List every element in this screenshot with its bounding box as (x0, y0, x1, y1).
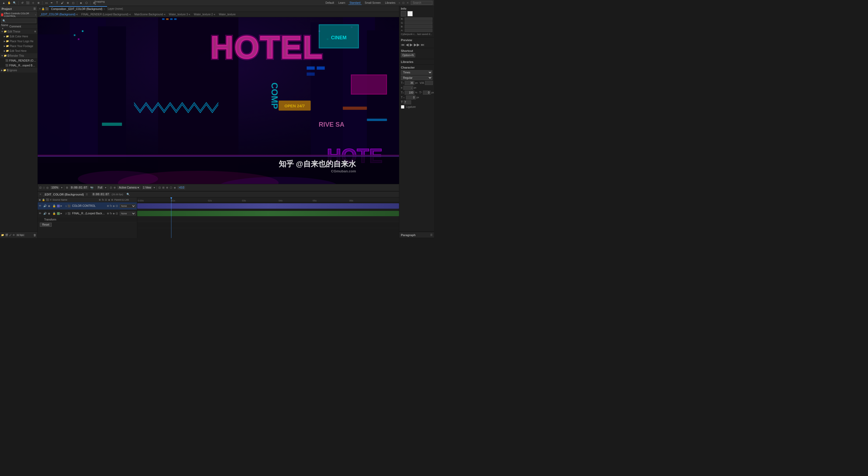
tab-close-btn[interactable]: ✕ (39, 7, 41, 10)
char-hscale-input[interactable] (406, 95, 416, 99)
project-item-final-render-opener[interactable]: ⬛ FINAL_RENDER (Opener) (0, 58, 37, 63)
layer1-name[interactable]: COLOR CONTROL (72, 204, 106, 207)
viewport-render-icon[interactable]: ◈ (174, 186, 176, 189)
new-comp-icon[interactable]: 🎬 (5, 234, 8, 236)
viewport-zoom-control[interactable]: 100% (50, 186, 59, 189)
char-extra-input[interactable] (404, 100, 411, 104)
char-font-style-dropdown[interactable]: Regular (401, 75, 432, 80)
open-tab-edit-color[interactable]: _EDIT_COLOR (Background) ◀ (39, 13, 79, 16)
hand-tool-icon[interactable]: ✋ (7, 1, 11, 5)
layer2-transform-label[interactable]: Transform (44, 218, 56, 221)
open-tab-arrow-3[interactable]: ◀ (163, 13, 165, 15)
project-item-logo[interactable]: ▶ 📁 _LOGO Place Your Logo He (0, 39, 37, 43)
camera-tool-icon[interactable]: ⬛ (26, 1, 30, 5)
tl-col-lock-icon[interactable]: 🔒 (42, 198, 45, 201)
char-baseline-input[interactable] (423, 91, 431, 95)
char-font-size-input[interactable] (405, 81, 414, 85)
viewport-grid2-icon[interactable]: ⊞ (162, 186, 164, 189)
workspace-libraries[interactable]: Libraries (384, 1, 396, 5)
project-item-texts[interactable]: ▶ 📁 _TEXTS Edit Text Here (0, 49, 37, 53)
open-tab-arrow-2[interactable]: ◀ (129, 13, 130, 15)
open-tab-final-render[interactable]: FINAL_RENDER (Looped Background) ◀ (80, 13, 131, 16)
paragraph-menu[interactable]: ☰ (430, 234, 432, 236)
preview-play-btn[interactable]: ▶ (410, 42, 413, 47)
workspace-learn[interactable]: Learn (337, 1, 346, 5)
viewport-overlay-icon[interactable]: ⊕ (166, 186, 168, 189)
layer2-visibility[interactable]: 👁 (39, 212, 42, 215)
viewport-preview-icon[interactable]: □ (43, 186, 45, 189)
layer2-switches-icon[interactable]: ⊕ (107, 212, 109, 215)
char-font-family-dropdown[interactable]: Times (401, 70, 432, 75)
delete-item-icon[interactable]: 🗑 (33, 233, 36, 237)
viewport-roi-icon[interactable]: ⊡ (158, 186, 161, 189)
workspace-standard[interactable]: Standard (348, 1, 362, 5)
layer1-expand[interactable]: ▶ (61, 205, 62, 207)
puppet-tool-icon[interactable]: ◈ (79, 1, 83, 5)
folder-arrow-others[interactable]: ▶ (1, 69, 3, 71)
move-tool-icon[interactable]: ⊹ (31, 1, 35, 5)
brush-tool-icon[interactable]: 🖌 (60, 1, 65, 5)
timeline-layer-2[interactable]: 👁 🔊 ◉ 🔒 ▶ 2 ⬛ FINAL_R...(Looped Backgrou… (38, 210, 137, 217)
roto-tool-icon[interactable]: ⬡ (84, 1, 89, 5)
pen-tool-icon[interactable]: ✒ (50, 1, 54, 5)
project-item-final-comp[interactable]: ▼ 📁 02. Final Comp Render This (0, 53, 37, 58)
search-input[interactable] (411, 1, 432, 5)
project-item-others[interactable]: ▶ 📁 03. Others Ignore (0, 68, 37, 73)
layer2-name[interactable]: FINAL_R...(Looped Background) (72, 212, 106, 215)
folder-arrow-edit-comps[interactable]: ▼ (1, 30, 3, 33)
layer1-solo[interactable]: ◉ (48, 204, 52, 207)
layer1-lock[interactable]: 🔒 (53, 204, 56, 207)
viewport-channel-icon[interactable]: ⊕ (114, 186, 116, 189)
clone-tool-icon[interactable]: ⊗ (66, 1, 70, 5)
new-folder-icon[interactable]: 📁 (1, 234, 4, 236)
open-tab-arrow-5[interactable]: ◀ (213, 13, 215, 15)
tl-col-solo-icon[interactable]: ◉ (39, 198, 41, 201)
snap-toggle-icon[interactable]: Snapping ✓ (97, 1, 102, 5)
project-item-placeholder[interactable]: ▶ 📁 _PLACEHOLDER Place Your Footage (0, 43, 37, 49)
effect-controls-expand[interactable]: » (35, 13, 36, 16)
eraser-tool-icon[interactable]: ◻ (71, 1, 75, 5)
tl-col-label-icon[interactable]: ⬛ (46, 198, 49, 201)
workspace-default[interactable]: Default (324, 1, 335, 5)
tl-col-switches-icon[interactable]: ⊕ (99, 198, 101, 201)
timeline-timecode[interactable]: 0:00:01:07 (92, 193, 110, 196)
viewport-quality[interactable]: Full (97, 186, 103, 189)
open-tab-water2[interactable]: Water_texture 2 ◀ (193, 13, 216, 16)
open-tab-water[interactable]: Water_texture (218, 13, 237, 16)
viewport-view-dropdown[interactable]: ▾ (154, 186, 155, 189)
char-ligatures-checkbox[interactable] (401, 105, 404, 109)
timeline-layer2-transform[interactable]: Transform (38, 217, 137, 222)
preview-skip-fwd-btn[interactable]: ⏭ (421, 42, 425, 47)
folder-arrow-texts[interactable]: ▶ (4, 50, 5, 52)
layer2-solo[interactable]: ◉ (48, 212, 52, 215)
open-tab-arrow-4[interactable]: ◀ (188, 13, 190, 15)
layer1-switches-icon[interactable]: ⊕ (107, 204, 109, 207)
timeline-layer-1[interactable]: 👁 🔊 ◉ 🔒 ▶ 1 ⬛ COLOR CONTROL ⊕ fx ◈ (38, 202, 137, 210)
tl-col-motion-icon[interactable]: ◈ (108, 198, 110, 201)
tab-lock-btn[interactable]: 🔒 (41, 7, 45, 10)
char-tracking-input[interactable] (403, 86, 413, 90)
viewport-offset-control[interactable]: +0.0 (178, 186, 185, 189)
viewport-alpha-icon[interactable]: ◎ (46, 186, 49, 189)
layer2-parent-dropdown[interactable]: None (120, 212, 136, 215)
char-kerning-input[interactable] (425, 81, 433, 85)
timeline-track-1[interactable] (137, 202, 399, 210)
preview-back-btn[interactable]: ◀ (406, 42, 409, 47)
layer2-lock[interactable]: 🔒 (53, 212, 56, 215)
viewport-timecode[interactable]: 0:00:01:07 (70, 186, 89, 189)
layer2-fx-icon[interactable]: fx (110, 212, 112, 215)
settings-icon[interactable]: ⚙ (13, 234, 15, 236)
viewport-3d-icon[interactable]: ⬡ (170, 186, 172, 189)
timeline-track-2[interactable] (137, 210, 399, 217)
maximize-icon[interactable]: ⊡ (402, 1, 404, 4)
folder-arrow-placeholder[interactable]: ▶ (4, 45, 5, 47)
project-item-final-render-looped[interactable]: ⬛ FINAL_R...ooped Background) (0, 63, 37, 68)
open-tab-water3[interactable]: Water_texture 3 ◀ (168, 13, 191, 16)
open-tab-mainscene[interactable]: MainScene Background ◀ (133, 13, 166, 16)
viewport-quality-dropdown[interactable]: ▾ (105, 186, 106, 189)
viewport-grid-icon[interactable]: ⊞ (66, 186, 68, 189)
layer2-motion-icon[interactable]: ◈ (113, 212, 115, 215)
layer1-audio[interactable]: 🔊 (43, 204, 47, 207)
tab-composition[interactable]: Composition _EDIT_COLOR (Background) ≡ (49, 6, 107, 11)
project-item-edit-comps[interactable]: ▼ 📁 01. Edit Comps Edit These ⊕ (0, 29, 37, 34)
